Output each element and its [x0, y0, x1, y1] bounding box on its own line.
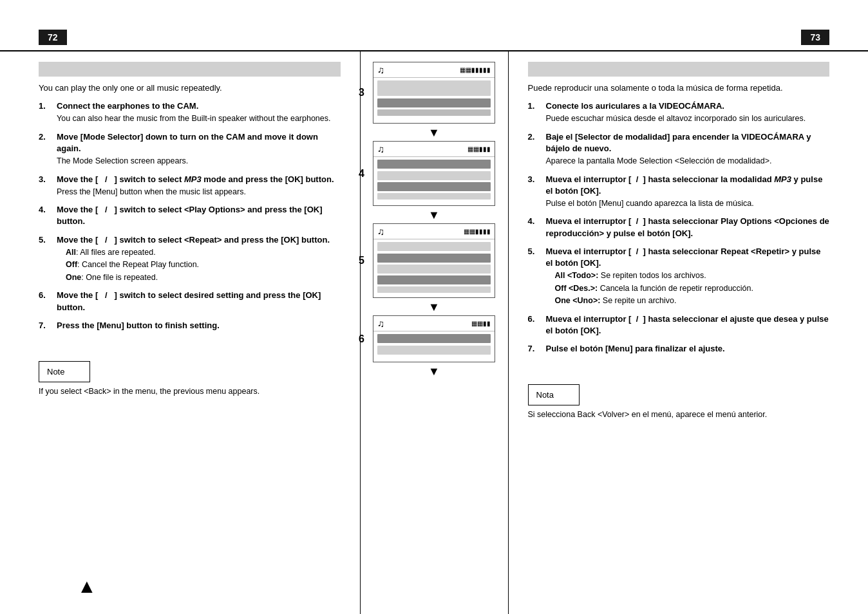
device-5-label: 5 [359, 255, 364, 266]
right-note-box: Nota [528, 384, 580, 405]
left-column: You can play the only one or all music r… [0, 51, 361, 614]
right-step-3-title: Mueva el interruptor [ / ] hasta selecci… [546, 174, 830, 197]
device-4-topbar: ♫ ▦▦▮▮▮ [373, 142, 495, 157]
right-step-4-title: Mueva el interruptor [ / ] hasta selecci… [546, 216, 830, 239]
right-step-4-num: 4. [528, 216, 546, 226]
right-column: Puede reproducir una solamente o toda la… [509, 51, 869, 614]
right-step-5-content: Mueva el interruptor [ / ] hasta selecci… [546, 246, 830, 307]
note-icon-6: ♫ [377, 318, 384, 329]
device-5-spacer [373, 295, 495, 297]
left-note-content: If you select <Back> in the menu, the pr… [39, 386, 341, 398]
header: 72 73 [0, 0, 868, 51]
device-4-panel: ♫ ▦▦▮▮▮ [373, 141, 495, 206]
left-step-1-title: Connect the earphones to the CAM. [57, 100, 341, 112]
device-5-topbar: ♫ ▦▦▮▮▮▮ [373, 224, 495, 239]
left-step-7-title: Press the [Menu] button to finish settin… [57, 320, 341, 331]
arrow-down-3: ▼ [428, 301, 440, 314]
device-5-highlight-3 [377, 265, 491, 274]
note-icon-3: ♫ [377, 64, 384, 75]
device-3-icons: ▦▦▮▮▮▮▮ [460, 66, 491, 73]
right-step-1: 1. Conecte los auriculares a la VIDEOCÁM… [528, 100, 830, 125]
right-step-5: 5. Mueva el interruptor [ / ] hasta sele… [528, 246, 830, 307]
device-5-highlight-4 [377, 275, 491, 284]
device-3-highlight-3 [377, 109, 491, 116]
note-icon-4: ♫ [377, 144, 384, 154]
left-note-box: Note [39, 361, 90, 382]
device-4-highlight-2 [377, 171, 491, 180]
device-4-icons: ▦▦▮▮▮ [467, 145, 491, 153]
left-step-3-num: 3. [39, 174, 57, 184]
left-step-4-content: Move the [ / ] switch to select <Play Op… [57, 204, 341, 227]
device-5-highlight-1 [377, 242, 491, 251]
left-step-3-sub: Press the [Menu] button when the music l… [57, 187, 341, 198]
left-step-6-num: 6. [39, 290, 57, 300]
right-step-1-num: 1. [528, 100, 546, 111]
left-step-6: 6. Move the [ / ] switch to select desir… [39, 290, 341, 313]
left-step-2-content: Move [Mode Selector] down to turn on the… [57, 131, 341, 167]
device-5-container: 5 ♫ ▦▦▮▮▮▮ [373, 223, 495, 298]
left-step-5-content: Move the [ / ] switch to select <Repeat>… [57, 234, 341, 284]
right-step-6-title: Mueva el interruptor [ / ] hasta selecci… [546, 313, 830, 337]
arrow-down-4: ▼ [428, 365, 440, 378]
device-4-highlight-1 [377, 160, 491, 169]
left-step-2-sub: The Mode Selection screen appears. [57, 156, 341, 167]
left-step-1-sub: You can also hear the music from the Bui… [57, 113, 341, 125]
device-3-panel: ♫ ▦▦▮▮▮▮▮ [373, 62, 495, 124]
left-section-band [39, 62, 341, 77]
illustrations-column: 3 ♫ ▦▦▮▮▮▮▮ ▼ 4 ♫ [361, 51, 509, 614]
device-6-panel: ♫ ▦▦▮▮ [373, 315, 495, 362]
left-note-label: Note [47, 367, 64, 377]
main-content: You can play the only one or all music r… [0, 51, 868, 614]
right-step-5-sub3: One <Uno>: Se repite un archivo. [546, 295, 830, 307]
left-step-1-num: 1. [39, 100, 57, 111]
device-5-highlight-2 [377, 254, 491, 263]
note-icon-5: ♫ [377, 226, 384, 237]
left-step-5-sub2: Off: Cancel the Repeat Play function. [57, 259, 341, 271]
device-3-highlight-2 [377, 98, 491, 107]
device-4-label: 4 [359, 168, 364, 180]
arrow-down-2: ▼ [428, 209, 440, 222]
right-step-3-content: Mueva el interruptor [ / ] hasta selecci… [546, 174, 830, 210]
left-step-4: 4. Move the [ / ] switch to select <Play… [39, 204, 341, 227]
right-step-7: 7. Pulse el botón [Menu] para finalizar … [528, 343, 830, 355]
right-step-5-num: 5. [528, 246, 546, 256]
arrow-down-1: ▼ [428, 126, 440, 140]
right-note-label: Nota [536, 390, 554, 400]
right-steps-list: 1. Conecte los auriculares a la VIDEOCÁM… [528, 100, 830, 361]
left-step-5-sub3: One: One file is repeated. [57, 272, 341, 284]
right-step-3: 3. Mueva el interruptor [ / ] hasta sele… [528, 174, 830, 210]
left-step-1: 1. Connect the earphones to the CAM. You… [39, 100, 341, 125]
right-step-1-sub: Puede escuchar música desde el altavoz i… [546, 113, 830, 125]
right-step-5-title: Mueva el interruptor [ / ] hasta selecci… [546, 246, 830, 269]
device-5-icons: ▦▦▮▮▮▮ [464, 228, 491, 235]
right-step-2-title: Baje el [Selector de modalidad] para enc… [546, 131, 830, 154]
left-step-4-title: Move the [ / ] switch to select <Play Op… [57, 204, 341, 227]
device-6-highlight-2 [377, 346, 491, 355]
device-6-topbar: ♫ ▦▦▮▮ [373, 316, 495, 331]
left-note-section: Note If you select <Back> in the menu, t… [39, 351, 341, 398]
right-step-7-title: Pulse el botón [Menu] para finalizar el … [546, 343, 830, 355]
device-4-highlight-4 [377, 193, 491, 200]
header-right: 73 [434, 30, 829, 45]
right-intro: Puede reproducir una solamente o toda la… [528, 83, 830, 93]
left-step-3-content: Move the [ / ] switch to select MP3 mode… [57, 174, 341, 198]
left-step-7: 7. Press the [Menu] button to finish set… [39, 320, 341, 331]
device-3-label: 3 [359, 87, 364, 98]
right-step-4-content: Mueva el interruptor [ / ] hasta selecci… [546, 216, 830, 239]
right-step-5-sub1: All <Todo>: Se repiten todos los archivo… [546, 270, 830, 282]
right-step-5-sub2: Off <Des.>: Cancela la función de repeti… [546, 283, 830, 295]
device-3-spacer [373, 118, 495, 123]
left-step-3: 3. Move the [ / ] switch to select MP3 m… [39, 174, 341, 198]
left-step-5-title: Move the [ / ] switch to select <Repeat>… [57, 234, 341, 246]
right-step-1-content: Conecte los auriculares a la VIDEOCÁMARA… [546, 100, 830, 125]
left-step-2-title: Move [Mode Selector] down to turn on the… [57, 131, 341, 154]
left-step-5-num: 5. [39, 234, 57, 245]
left-page-number: 72 [39, 30, 67, 45]
right-note-section: Nota Si selecciona Back <Volver> en el m… [528, 374, 830, 421]
bottom-arrow-container: ▲ [39, 563, 341, 604]
right-step-7-num: 7. [528, 343, 546, 353]
left-step-2: 2. Move [Mode Selector] down to turn on … [39, 131, 341, 167]
right-step-3-sub: Pulse el botón [Menu] cuando aparezca la… [546, 198, 830, 210]
device-6-container: 6 ♫ ▦▦▮▮ [373, 315, 495, 362]
device-4-container: 4 ♫ ▦▦▮▮▮ [373, 141, 495, 206]
